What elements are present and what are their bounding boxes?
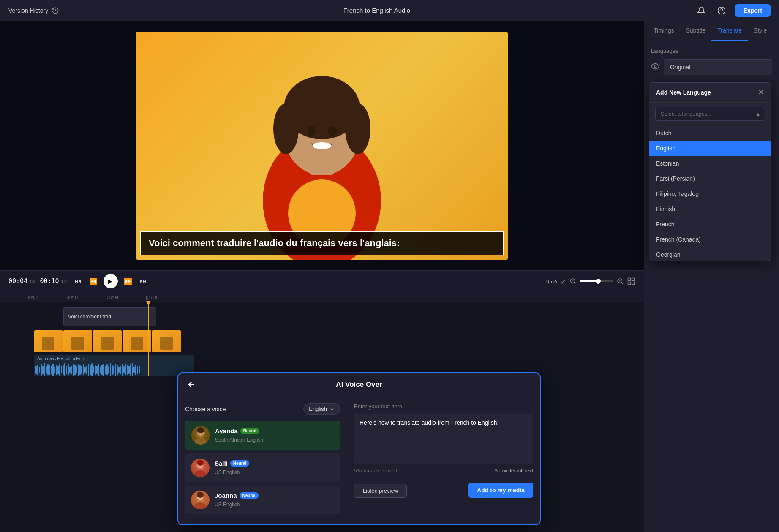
audio-track-clip[interactable]: Automatic French to Engli... [34, 355, 194, 376]
avatar-joanna [191, 491, 210, 509]
zoom-control: 105% ⤢ [543, 277, 635, 285]
tab-timings[interactable]: Timings [648, 21, 680, 41]
top-bar-actions: Export [695, 4, 771, 17]
text-panel-label: Enter your text here [354, 403, 533, 410]
listen-preview-button[interactable]: Listen preview [354, 484, 407, 498]
svg-point-32 [197, 460, 204, 466]
neural-badge-ayanda: Neural [240, 428, 259, 434]
zoom-in-icon[interactable] [617, 278, 624, 285]
svg-point-11 [313, 142, 331, 149]
svg-rect-22 [628, 282, 631, 285]
dropdown-search-area: ▲ [649, 103, 771, 125]
dropdown-item-dutch[interactable]: Dutch [649, 125, 771, 141]
language-select-button[interactable]: English [303, 403, 340, 415]
version-history-label: Version History [8, 7, 48, 14]
voice-name-joanna: Joanna [215, 492, 237, 499]
video-track-clips[interactable] [34, 330, 194, 352]
show-default-text-link[interactable]: Show default text [494, 468, 533, 474]
avatar-salli [191, 459, 210, 477]
play-button[interactable]: ▶ [104, 274, 118, 288]
voice-panel-header: Choose a voice English [185, 403, 340, 415]
dropdown-item-english[interactable]: English [649, 141, 771, 156]
video-area: Voici comment traduire l'audio du frança… [0, 21, 644, 270]
eye-icon[interactable] [651, 62, 659, 73]
voice-info-ayanda: Ayanda Neural South African English [215, 427, 334, 443]
time-display: 00:04 18 00:10 17 [8, 277, 66, 285]
controls-bar: 00:04 18 00:10 17 ⏮ ⏪ ▶ ⏩ ⏭ 105% ⤢ [0, 270, 644, 292]
modal-body: Choose a voice English [178, 396, 540, 524]
history-icon [52, 7, 59, 14]
char-count-label: 53 characters used [354, 468, 397, 474]
export-button[interactable]: Export [735, 4, 771, 17]
svg-line-16 [621, 282, 623, 284]
neural-badge-joanna: Neural [240, 492, 259, 499]
add-to-media-button[interactable]: Add to my media [468, 483, 533, 498]
chevron-up-icon: ▲ [755, 111, 761, 117]
voice-item-joanna[interactable]: Joanna Neural US English [185, 486, 340, 514]
subtitle-track: Voici comment trad... [8, 306, 644, 328]
dropdown-item-french-canada[interactable]: French (Canada) [649, 232, 771, 247]
modal-header: AI Voice Over [178, 373, 540, 396]
skip-to-start-button[interactable]: ⏮ [73, 276, 83, 287]
svg-point-7 [273, 103, 299, 154]
svg-line-13 [574, 282, 575, 284]
video-thumb-2 [63, 330, 92, 352]
timeline-ruler: |00:02 |00:03 |00:04 |00:05 [0, 292, 644, 302]
notifications-button[interactable] [695, 4, 708, 17]
help-button[interactable] [715, 4, 728, 17]
voice-info-salli: Salli Neural US English [215, 460, 334, 476]
svg-point-26 [195, 438, 207, 445]
dropdown-item-georgian[interactable]: Georgian [649, 247, 771, 261]
voice-item-ayanda[interactable]: Ayanda Neural South African English [185, 421, 340, 450]
dropdown-item-filipino[interactable]: Filipino, Tagalog [649, 186, 771, 201]
expand-icon: ⤢ [561, 277, 566, 285]
subtitle-track-clip[interactable]: Voici comment trad... [63, 307, 156, 326]
video-container: Voici comment traduire l'audio du frança… [136, 32, 508, 260]
zoom-out-icon[interactable] [569, 278, 576, 285]
more-options-icon[interactable] [627, 277, 635, 285]
svg-point-28 [197, 427, 204, 433]
video-thumb-3 [93, 330, 122, 352]
dropdown-item-finnish[interactable]: Finnish [649, 201, 771, 217]
video-thumb-4 [123, 330, 151, 352]
version-history-section: Version History [8, 7, 59, 14]
dropdown-item-estonian[interactable]: Estonian [649, 156, 771, 171]
current-time-frames: 18 [29, 279, 35, 285]
modal-back-button[interactable] [187, 380, 196, 389]
fast-forward-button[interactable]: ⏩ [122, 276, 134, 287]
voice-item-salli[interactable]: Salli Neural US English [185, 453, 340, 482]
dropdown-list: Dutch English Estonian Farsi (Persian) F… [649, 125, 771, 261]
original-badge: Original [664, 59, 772, 75]
total-time-frames: 17 [61, 279, 66, 285]
selected-language-label: English [309, 406, 327, 412]
dropdown-item-french[interactable]: French [649, 217, 771, 232]
neural-badge-salli: Neural [230, 460, 249, 467]
timeline-tracks: Voici comment trad... A [0, 302, 644, 376]
tab-subtitle[interactable]: Subtitle [680, 21, 712, 41]
dropdown-header: Add New Language ✕ [649, 83, 771, 103]
zoom-level-label: 105% [543, 278, 557, 285]
svg-point-34 [194, 502, 206, 509]
svg-point-9 [307, 126, 316, 136]
zoom-slider[interactable] [580, 280, 613, 282]
voice-name-ayanda: Ayanda [215, 427, 238, 434]
voiceover-text-input[interactable]: Here's how to translate audio from Frenc… [354, 414, 533, 464]
video-thumb-5 [152, 330, 181, 352]
dropdown-item-farsi[interactable]: Farsi (Persian) [649, 171, 771, 186]
svg-point-10 [328, 126, 337, 136]
svg-point-36 [197, 492, 204, 498]
ruler-mark-2: |00:03 [65, 295, 78, 300]
voice-info-joanna: Joanna Neural US English [215, 492, 334, 508]
language-search-input[interactable] [655, 107, 765, 121]
tab-style[interactable]: Style [748, 21, 773, 41]
total-time: 00:10 17 [40, 277, 66, 285]
dropdown-close-button[interactable]: ✕ [758, 88, 764, 97]
current-time-value: 00:04 [8, 277, 27, 285]
skip-to-end-button[interactable]: ⏭ [138, 276, 148, 287]
voice-name-row-ayanda: Ayanda Neural [215, 427, 334, 434]
subtitle-clip-text: Voici comment trad... [68, 314, 115, 320]
rewind-button[interactable]: ⏪ [87, 276, 99, 287]
voice-desc-ayanda: South African English [215, 437, 263, 443]
current-time: 00:04 18 [8, 277, 35, 285]
tab-translate[interactable]: Translate [711, 21, 748, 41]
